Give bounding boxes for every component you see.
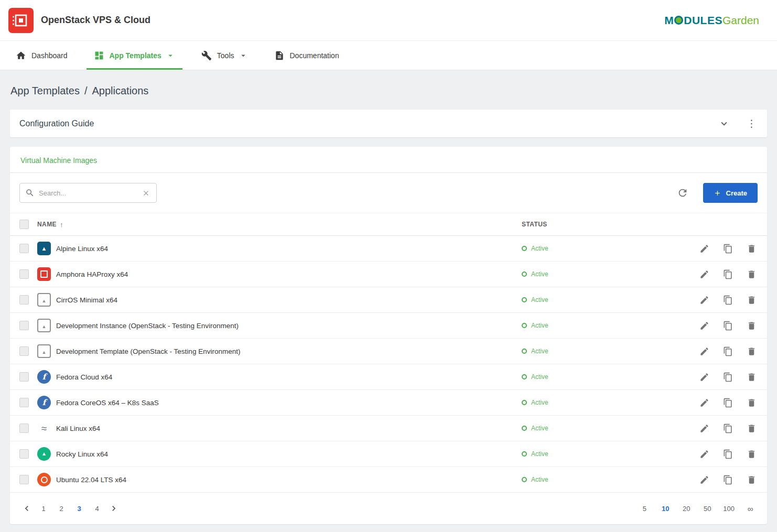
search-icon [25, 188, 35, 198]
select-all-checkbox[interactable] [19, 220, 29, 229]
page-number[interactable]: 2 [55, 503, 68, 515]
row-name[interactable]: Amphora HAProxy x64 [56, 270, 522, 278]
status-label: Active [531, 476, 548, 483]
pencil-icon [699, 269, 709, 279]
kebab-menu-icon: ⋮ [747, 118, 757, 128]
pencil-icon [699, 424, 709, 433]
edit-button[interactable] [698, 397, 710, 409]
copy-button[interactable] [722, 243, 734, 255]
name-column-label: NAME [37, 221, 57, 228]
status-ring-icon [522, 451, 527, 457]
row-name[interactable]: Alpine Linux x64 [56, 245, 522, 253]
collapse-button[interactable] [717, 117, 731, 131]
page-size-option[interactable]: 10 [659, 503, 672, 515]
delete-button[interactable] [746, 371, 758, 383]
copy-button[interactable] [722, 294, 734, 306]
create-button[interactable]: Create [703, 183, 758, 203]
delete-button[interactable] [746, 320, 758, 332]
copy-button[interactable] [722, 474, 734, 486]
delete-button[interactable] [746, 268, 758, 280]
next-page-button[interactable] [107, 502, 120, 515]
row-actions [689, 371, 758, 383]
page-size-option[interactable]: 5 [638, 503, 651, 515]
create-button-label: Create [726, 189, 747, 197]
page-number[interactable]: 4 [91, 503, 103, 515]
delete-button[interactable] [746, 448, 758, 460]
page-number[interactable]: 1 [37, 503, 50, 515]
row-checkbox[interactable] [19, 244, 29, 253]
pencil-icon [699, 398, 709, 408]
page-size-option[interactable]: 20 [680, 503, 693, 515]
page-size-option[interactable]: 100 [722, 503, 736, 515]
row-checkbox[interactable] [19, 449, 29, 459]
row-checkbox[interactable] [19, 398, 29, 407]
row-checkbox[interactable] [19, 475, 29, 484]
copy-button[interactable] [722, 345, 734, 357]
copy-button[interactable] [722, 448, 734, 460]
row-actions [689, 345, 758, 357]
row-actions [689, 268, 758, 280]
app-logo [8, 8, 34, 33]
edit-button[interactable] [698, 268, 710, 280]
status-badge: Active [522, 348, 689, 355]
breadcrumb-section[interactable]: App Templates [10, 85, 80, 97]
delete-button[interactable] [746, 397, 758, 409]
search-input[interactable] [39, 189, 137, 197]
panel-menu-button[interactable]: ⋮ [746, 117, 758, 129]
column-header-status[interactable]: STATUS [522, 221, 689, 228]
copy-button[interactable] [722, 320, 734, 332]
page-size-option[interactable]: 50 [701, 503, 714, 515]
row-checkbox[interactable] [19, 424, 29, 433]
pencil-icon [699, 372, 709, 382]
edit-button[interactable] [698, 243, 710, 255]
row-name[interactable]: CirrOS Minimal x64 [56, 296, 522, 304]
nav-tools[interactable]: Tools [194, 41, 255, 70]
row-name[interactable]: Development Template (OpenStack - Testin… [56, 348, 522, 355]
row-checkbox[interactable] [19, 372, 29, 382]
edit-button[interactable] [698, 422, 710, 435]
row-name[interactable]: Kali Linux x64 [56, 425, 522, 432]
nav-app-templates[interactable]: App Templates [87, 41, 182, 70]
chevron-right-icon [109, 503, 119, 514]
edit-button[interactable] [698, 294, 710, 306]
nav-documentation[interactable]: Documentation [267, 41, 347, 70]
row-name[interactable]: Development Instance (OpenStack - Testin… [56, 322, 522, 330]
copy-button[interactable] [722, 371, 734, 383]
caret-down-icon [239, 51, 248, 60]
delete-button[interactable] [746, 422, 758, 435]
row-checkbox[interactable] [19, 295, 29, 305]
clear-search-button[interactable] [141, 188, 151, 198]
edit-button[interactable] [698, 474, 710, 486]
copy-button[interactable] [722, 268, 734, 280]
row-name[interactable]: Fedora CoreOS x64 – K8s SaaS [56, 399, 522, 407]
copy-button[interactable] [722, 422, 734, 435]
row-name[interactable]: Fedora Cloud x64 [56, 373, 522, 381]
close-icon [142, 189, 150, 197]
delete-button[interactable] [746, 474, 758, 486]
tab-virtual-machine-images[interactable]: Virtual Machine Images [10, 147, 107, 172]
copy-icon [723, 269, 733, 279]
row-checkbox[interactable] [19, 269, 29, 279]
row-checkbox[interactable] [19, 321, 29, 330]
page-number[interactable]: 3 [73, 503, 85, 515]
delete-button[interactable] [746, 294, 758, 306]
row-checkbox[interactable] [19, 346, 29, 356]
delete-button[interactable] [746, 243, 758, 255]
copy-button[interactable] [722, 397, 734, 409]
edit-button[interactable] [698, 448, 710, 460]
nav-dashboard[interactable]: Dashboard [8, 41, 75, 70]
table-row: Fedora Cloud x64 Active [10, 364, 767, 390]
prev-page-button[interactable] [20, 502, 33, 515]
row-name[interactable]: Ubuntu 22.04 LTS x64 [56, 476, 522, 484]
edit-button[interactable] [698, 320, 710, 332]
refresh-button[interactable] [676, 186, 689, 200]
edit-button[interactable] [698, 371, 710, 383]
page-size-infinity[interactable]: ∞ [744, 502, 757, 515]
delete-button[interactable] [746, 345, 758, 357]
rocky-icon [37, 447, 51, 461]
edit-button[interactable] [698, 345, 710, 357]
configuration-guide-panel: Configuration Guide ⋮ [10, 110, 767, 137]
status-label: Active [531, 450, 548, 458]
row-name[interactable]: Rocky Linux x64 [56, 450, 522, 458]
column-header-name[interactable]: NAME ↑ [37, 221, 522, 229]
